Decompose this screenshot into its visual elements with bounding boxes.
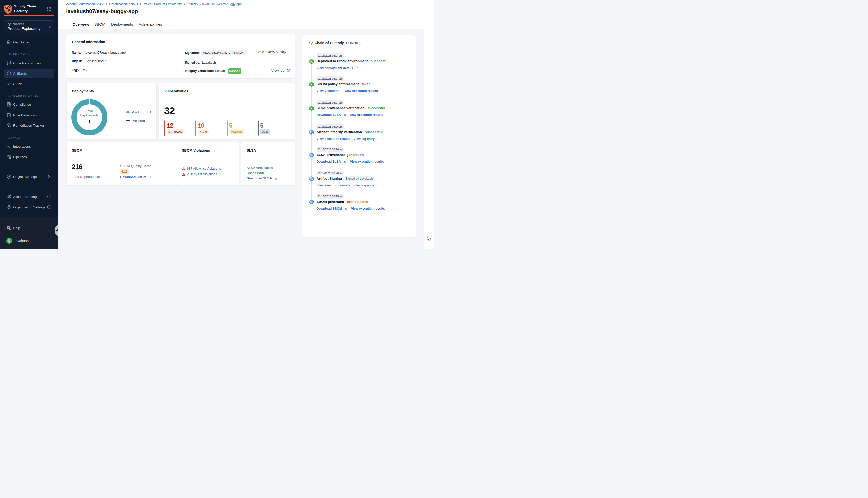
svg-text:?: ?	[8, 226, 9, 229]
